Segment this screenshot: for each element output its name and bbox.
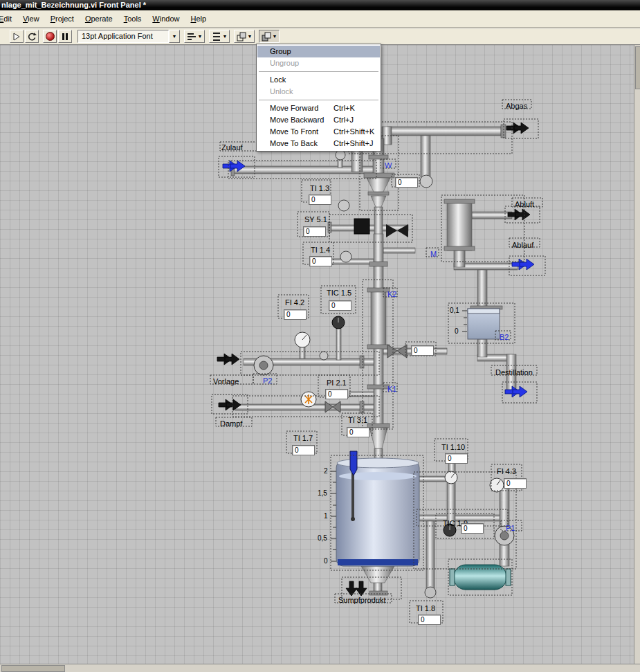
instrument-label-fi-4-3[interactable]: FI 4.3 xyxy=(497,467,516,475)
flow-label-dampf[interactable]: Dampf xyxy=(220,419,242,428)
menu-item-label: Group xyxy=(270,46,333,57)
menu-item-label: Move Backward xyxy=(270,114,333,126)
chevron-down-icon: ▼ xyxy=(223,34,228,39)
instrument-label-ti-1-4[interactable]: TI 1.4 xyxy=(311,246,330,254)
chevron-down-icon: ▼ xyxy=(273,34,277,39)
instrument-label-ti-1-10[interactable]: TI 1.10 xyxy=(441,443,465,451)
resize-objects-dropdown[interactable]: ▼ xyxy=(234,30,255,43)
instrument-label-ti-1-7[interactable]: TI 1.7 xyxy=(293,434,313,442)
menu-view[interactable]: View xyxy=(17,15,45,23)
numeric-indicator-5[interactable]: 0 xyxy=(329,300,351,311)
context-menu-item-lock[interactable]: Lock xyxy=(257,74,380,86)
context-menu-item-group[interactable]: Group xyxy=(257,46,380,57)
instrument-label-ti-1-8[interactable]: TI 1.8 xyxy=(416,604,435,612)
reorder-dropdown[interactable]: ▼ xyxy=(259,30,280,43)
menu-item-shortcut: Ctrl+J xyxy=(333,114,354,126)
menu-item-label: Move To Front xyxy=(270,126,333,138)
horizontal-scrollbar-thumb[interactable] xyxy=(1,665,65,672)
numeric-indicator-2[interactable]: 0 xyxy=(309,256,332,266)
b2-scale-0: 0,1 xyxy=(450,307,459,314)
numeric-indicator-11[interactable]: 0 xyxy=(504,478,527,489)
context-menu-item-ungroup[interactable]: Ungroup xyxy=(257,57,380,69)
tag-k2[interactable]: K2 xyxy=(387,290,396,298)
menu-project[interactable]: Project xyxy=(45,15,80,23)
numeric-indicator-9[interactable]: 0 xyxy=(411,345,434,356)
run-button[interactable] xyxy=(10,30,24,43)
numeric-indicator-0[interactable]: 0 xyxy=(309,194,331,205)
numeric-indicator-7[interactable]: 0 xyxy=(347,427,369,437)
menu-window[interactable]: Window xyxy=(147,15,185,23)
flow-label-abgas[interactable]: Abgas xyxy=(506,102,527,110)
menu-item-label: Move To Back xyxy=(270,138,333,149)
tank-scale-0: 2 xyxy=(324,467,328,475)
context-menu-item-move-forward[interactable]: Move ForwardCtrl+K xyxy=(257,102,380,114)
vertical-scrollbar[interactable] xyxy=(634,45,640,664)
context-menu-item-move-to-back[interactable]: Move To BackCtrl+Shift+J xyxy=(257,138,380,149)
instrument-label-fi-4-2[interactable]: FI 4.2 xyxy=(285,298,304,307)
menu-separator xyxy=(259,71,378,72)
menu-item-shortcut: Ctrl+Shift+J xyxy=(333,138,373,149)
flow-label-ablauf[interactable]: Ablauf xyxy=(512,241,533,249)
menu-tools[interactable]: Tools xyxy=(118,15,147,23)
tag-p2[interactable]: P2 xyxy=(263,376,272,385)
numeric-indicator-6[interactable]: 0 xyxy=(325,389,348,399)
abort-button[interactable] xyxy=(43,30,57,43)
instrument-label-sy-5-1[interactable]: SY 5.1 xyxy=(304,215,327,224)
menu-item-shortcut: Ctrl+K xyxy=(333,102,355,114)
context-menu-item-move-backward[interactable]: Move BackwardCtrl+J xyxy=(257,114,380,126)
menu-operate[interactable]: Operate xyxy=(80,15,118,23)
menu-item-shortcut: Ctrl+Shift+K xyxy=(333,126,374,138)
flow-label-destillation[interactable]: Destillation xyxy=(495,368,533,376)
title-bar[interactable]: nlage_mit_Bezeichnung.vi Front Panel * xyxy=(0,0,640,10)
chevron-down-icon: ▼ xyxy=(198,34,203,39)
flow-label-abluft[interactable]: Abluft xyxy=(515,200,534,208)
tag-p1[interactable]: P1 xyxy=(506,524,515,532)
resize-objects-icon xyxy=(237,32,246,42)
menu-item-label: Unlock xyxy=(270,86,333,98)
chevron-down-icon: ▼ xyxy=(248,34,253,39)
distribute-objects-dropdown[interactable]: ▼ xyxy=(209,30,230,43)
flow-label-zulauf[interactable]: Zulauf xyxy=(221,143,243,152)
instrument-label-ti-3-1[interactable]: TI 3.1 xyxy=(348,416,367,424)
b2-scale-1: 0 xyxy=(455,327,459,335)
run-continuous-button[interactable] xyxy=(25,30,39,43)
tag-m[interactable]: M xyxy=(430,250,437,258)
vertical-scrollbar-thumb[interactable] xyxy=(635,46,640,89)
instrument-label-tic-1-5[interactable]: TIC 1.5 xyxy=(327,289,351,297)
instrument-label-ti-1-3[interactable]: TI 1.3 xyxy=(310,184,329,192)
font-selector-value: 13pt Application Font xyxy=(82,32,153,40)
tag-k1[interactable]: K1 xyxy=(387,385,396,393)
align-objects-icon xyxy=(187,32,196,42)
numeric-indicator-10[interactable]: 0 xyxy=(445,453,468,464)
align-objects-dropdown[interactable]: ▼ xyxy=(184,30,205,43)
numeric-indicator-13[interactable]: 0 xyxy=(418,615,441,625)
context-menu-item-move-to-front[interactable]: Move To FrontCtrl+Shift+K xyxy=(257,126,380,138)
instrument-label-pi-2-1[interactable]: PI 2.1 xyxy=(327,379,347,387)
tag-b2[interactable]: B2 xyxy=(500,333,509,341)
numeric-indicator-1[interactable]: 0 xyxy=(303,226,326,237)
numeric-indicator-4[interactable]: 0 xyxy=(284,309,307,320)
flow-label-sumpfprodukt[interactable]: Sumpfprodukt xyxy=(338,596,385,604)
horizontal-scrollbar[interactable] xyxy=(0,664,640,672)
flow-label-vorlage[interactable]: Vorlage xyxy=(213,377,239,385)
numeric-indicator-8[interactable]: 0 xyxy=(292,445,315,455)
menu-item-label: Ungroup xyxy=(270,57,333,69)
context-menu: GroupUngroupLockUnlockMove ForwardCtrl+K… xyxy=(256,44,381,152)
numeric-indicator-3[interactable]: 0 xyxy=(395,177,418,188)
menu-edit[interactable]: Edit xyxy=(0,15,17,23)
tank-scale-1: 1,5 xyxy=(318,489,327,497)
run-icon xyxy=(12,32,21,42)
numeric-indicator-12[interactable]: 0 xyxy=(461,523,484,534)
tag-w[interactable]: W xyxy=(385,161,392,170)
font-selector-chevron-down-icon[interactable]: ▼ xyxy=(169,30,180,43)
tank-scale-3: 0,5 xyxy=(318,534,327,542)
menu-item-label: Move Forward xyxy=(270,102,333,114)
font-selector[interactable]: 13pt Application Font xyxy=(77,30,169,43)
tank-scale-4: 0 xyxy=(324,557,328,565)
distribute-objects-icon xyxy=(212,32,221,42)
pause-button[interactable] xyxy=(58,30,72,43)
menu-help[interactable]: Help xyxy=(185,15,212,23)
toolbar: 13pt Application Font ▼ ▼ ▼ ▼ ▼ xyxy=(0,28,640,45)
context-menu-item-unlock[interactable]: Unlock xyxy=(257,86,380,98)
run-continuous-icon xyxy=(27,32,37,42)
